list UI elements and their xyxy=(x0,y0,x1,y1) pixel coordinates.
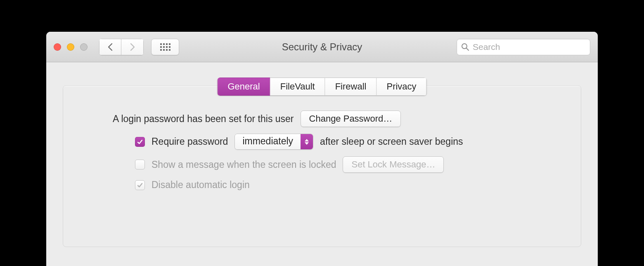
search-input[interactable] xyxy=(473,42,586,52)
set-lock-message-button: Set Lock Message… xyxy=(343,156,444,173)
login-password-text: A login password has been set for this u… xyxy=(113,113,294,125)
nav-segment xyxy=(99,39,144,55)
window-controls xyxy=(54,43,88,51)
grid-icon xyxy=(160,43,170,51)
close-icon[interactable] xyxy=(54,43,61,51)
chevron-right-icon xyxy=(130,43,135,51)
check-icon xyxy=(137,182,143,188)
disable-autologin-row: Disable automatic login xyxy=(135,179,556,191)
show-all-button[interactable] xyxy=(151,39,179,55)
require-password-delay-value: immediately xyxy=(235,134,301,149)
search-field[interactable] xyxy=(457,39,590,55)
disable-autologin-checkbox xyxy=(135,180,145,190)
lock-message-checkbox xyxy=(135,160,145,169)
tab-bar: General FileVault Firewall Privacy xyxy=(217,78,426,96)
minimize-icon[interactable] xyxy=(67,43,74,51)
svg-point-0 xyxy=(462,44,467,49)
titlebar: Security & Privacy xyxy=(46,32,598,62)
require-password-checkbox[interactable] xyxy=(135,137,145,147)
require-password-delay-select[interactable]: immediately xyxy=(234,134,313,150)
search-icon xyxy=(461,43,469,51)
stepper-icon xyxy=(301,134,313,149)
general-panel: General FileVault Firewall Privacy A log… xyxy=(63,85,581,247)
lock-message-text: Show a message when the screen is locked xyxy=(152,159,336,170)
lock-message-row: Show a message when the screen is locked… xyxy=(135,156,556,173)
login-password-row: A login password has been set for this u… xyxy=(113,111,556,127)
require-password-pre: Require password xyxy=(152,136,228,147)
require-password-post: after sleep or screen saver begins xyxy=(320,136,463,147)
check-icon xyxy=(137,139,143,145)
content-area: General FileVault Firewall Privacy A log… xyxy=(46,62,598,266)
change-password-button[interactable]: Change Password… xyxy=(301,111,401,127)
back-button[interactable] xyxy=(99,39,121,55)
tab-filevault[interactable]: FileVault xyxy=(270,78,325,96)
require-password-row: Require password immediately after sleep… xyxy=(135,134,556,150)
tab-general[interactable]: General xyxy=(217,78,270,96)
tab-privacy[interactable]: Privacy xyxy=(376,78,426,96)
tab-firewall[interactable]: Firewall xyxy=(325,78,377,96)
preferences-window: Security & Privacy General FileVault Fir… xyxy=(46,32,598,266)
chevron-left-icon xyxy=(107,43,113,51)
disable-autologin-text: Disable automatic login xyxy=(152,179,250,191)
forward-button xyxy=(121,39,144,55)
svg-line-1 xyxy=(466,48,469,50)
zoom-icon xyxy=(80,43,88,51)
